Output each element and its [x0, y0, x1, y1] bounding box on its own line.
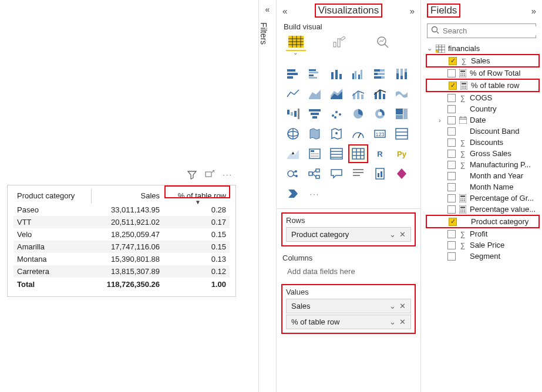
- viz-type-decomp[interactable]: [305, 165, 324, 183]
- viz-type-clustered-column-100[interactable]: [392, 65, 411, 83]
- fields-search-input[interactable]: [443, 26, 541, 35]
- viz-type-area[interactable]: [305, 85, 324, 103]
- field-item[interactable]: Month and Year: [426, 170, 540, 181]
- viz-type-azure-map[interactable]: [327, 125, 346, 143]
- field-checkbox[interactable]: [447, 252, 456, 261]
- viz-type-kpi[interactable]: ▲: [284, 145, 302, 163]
- viz-type-stacked-area[interactable]: [327, 85, 346, 103]
- columns-well-placeholder[interactable]: Add data fields here: [282, 265, 415, 278]
- field-checkbox[interactable]: [447, 94, 456, 102]
- viz-type-waterfall[interactable]: [284, 105, 302, 123]
- table-row[interactable]: Carretera13,815,307.890.12: [14, 265, 230, 278]
- values-well-item[interactable]: % of table row ⌄✕: [286, 315, 411, 329]
- viz-type-line[interactable]: [284, 85, 302, 103]
- viz-type-card[interactable]: 123: [371, 125, 389, 143]
- remove-icon[interactable]: ✕: [399, 317, 406, 326]
- field-item[interactable]: ∑COGS: [426, 92, 540, 103]
- field-checkbox[interactable]: [447, 138, 456, 147]
- remove-icon[interactable]: ✕: [399, 302, 406, 310]
- viz-type-power-automate[interactable]: [284, 185, 302, 202]
- table-row[interactable]: Montana15,390,801.880.13: [14, 253, 230, 265]
- field-checkbox[interactable]: ✓: [449, 82, 457, 90]
- viz-type-filled-map[interactable]: [305, 125, 324, 143]
- field-item[interactable]: Percentage of Gr...: [426, 192, 540, 204]
- field-item[interactable]: ∑Manufacturing P...: [426, 159, 540, 170]
- filter-icon[interactable]: [187, 170, 197, 181]
- viz-type-stacked-column[interactable]: [327, 65, 346, 83]
- viz-type-line-clustered[interactable]: [349, 85, 368, 103]
- table-row[interactable]: Velo18,250,059.470.15: [14, 228, 230, 241]
- viz-type-stacked-bar[interactable]: [284, 65, 302, 83]
- field-item[interactable]: Month Name: [426, 181, 540, 192]
- field-checkbox[interactable]: [447, 194, 456, 202]
- viz-type-map[interactable]: [284, 125, 302, 143]
- chevron-down-icon[interactable]: ⌄: [389, 302, 396, 310]
- chevron-right-icon[interactable]: »: [410, 6, 415, 16]
- field-item[interactable]: ✓% of table row: [426, 79, 540, 92]
- field-checkbox[interactable]: [447, 116, 456, 124]
- field-item[interactable]: ∑Discounts: [426, 137, 540, 148]
- expand-icon[interactable]: ›: [439, 117, 445, 124]
- field-item[interactable]: ∑Sale Price: [426, 239, 540, 251]
- viz-type-power-apps[interactable]: [392, 165, 411, 183]
- chevron-down-icon[interactable]: ⌄: [389, 317, 396, 326]
- viz-type-gauge[interactable]: [349, 125, 368, 143]
- viz-type-scatter[interactable]: [327, 105, 346, 123]
- col-header-category[interactable]: Product category: [14, 189, 92, 204]
- filters-pane-collapsed[interactable]: « Filters: [258, 0, 276, 392]
- field-checkbox[interactable]: ✓: [449, 218, 457, 226]
- matrix-visual[interactable]: Product category Sales % of table row Pa…: [7, 185, 236, 297]
- viz-type-slicer[interactable]: [305, 145, 324, 163]
- field-item[interactable]: % of Row Total: [426, 67, 540, 79]
- viz-type-multi-row[interactable]: [392, 125, 411, 143]
- table-row[interactable]: Paseo33,011,143.950.28: [14, 204, 230, 216]
- more-options-icon[interactable]: ···: [223, 170, 233, 181]
- format-visual-tab[interactable]: [329, 33, 349, 51]
- col-header-sales[interactable]: Sales: [92, 189, 164, 204]
- viz-type-treemap[interactable]: [392, 105, 411, 123]
- field-checkbox[interactable]: [447, 127, 456, 136]
- viz-type-key-influencers[interactable]: [284, 165, 302, 183]
- field-item[interactable]: ✓Product category: [426, 215, 540, 228]
- field-item[interactable]: ∑Gross Sales: [426, 148, 540, 159]
- table-node[interactable]: ⌄ financials: [426, 43, 540, 54]
- viz-type-funnel[interactable]: [305, 105, 324, 123]
- table-row[interactable]: Amarilla17,747,116.060.15: [14, 241, 230, 253]
- chevron-left-icon[interactable]: «: [282, 6, 287, 16]
- viz-type-paginated[interactable]: [371, 165, 389, 183]
- chevron-down-icon[interactable]: ⌄: [389, 230, 396, 239]
- field-item[interactable]: Segment: [426, 251, 540, 262]
- field-checkbox[interactable]: [447, 105, 456, 113]
- viz-type-line-stacked[interactable]: [371, 85, 389, 103]
- field-checkbox[interactable]: [447, 161, 456, 169]
- analytics-tab[interactable]: [373, 33, 393, 51]
- viz-type-narrative[interactable]: [349, 165, 368, 183]
- field-checkbox[interactable]: [447, 230, 456, 238]
- viz-type-table[interactable]: [327, 145, 346, 163]
- viz-type-clustered-column[interactable]: [349, 65, 368, 83]
- build-visual-tab[interactable]: [286, 33, 306, 51]
- viz-type-matrix[interactable]: [349, 145, 368, 163]
- viz-type-ribbon[interactable]: [392, 85, 411, 103]
- viz-type-pie[interactable]: [349, 105, 368, 123]
- field-checkbox[interactable]: [447, 183, 456, 191]
- focus-mode-icon[interactable]: [205, 170, 214, 181]
- fields-search[interactable]: [427, 23, 536, 38]
- rows-well-item[interactable]: Product category ⌄✕: [286, 227, 411, 242]
- viz-type-py[interactable]: Py: [392, 145, 411, 163]
- viz-type-donut[interactable]: [371, 105, 389, 123]
- chevron-left-icon[interactable]: «: [259, 5, 276, 14]
- field-checkbox[interactable]: [447, 241, 456, 249]
- field-item[interactable]: ✓∑Sales: [426, 54, 540, 67]
- field-checkbox[interactable]: ✓: [449, 57, 457, 65]
- field-checkbox[interactable]: [447, 150, 456, 158]
- values-well-item[interactable]: Sales ⌄✕: [286, 299, 411, 313]
- viz-type-stacked-bar-100[interactable]: [371, 65, 389, 83]
- field-checkbox[interactable]: [447, 172, 456, 180]
- viz-type-r[interactable]: R: [371, 145, 389, 163]
- field-item[interactable]: Discount Band: [426, 126, 540, 137]
- remove-icon[interactable]: ✕: [399, 230, 406, 239]
- field-item[interactable]: Percentage value...: [426, 204, 540, 215]
- field-checkbox[interactable]: [447, 69, 456, 77]
- chevron-right-icon[interactable]: »: [531, 6, 536, 16]
